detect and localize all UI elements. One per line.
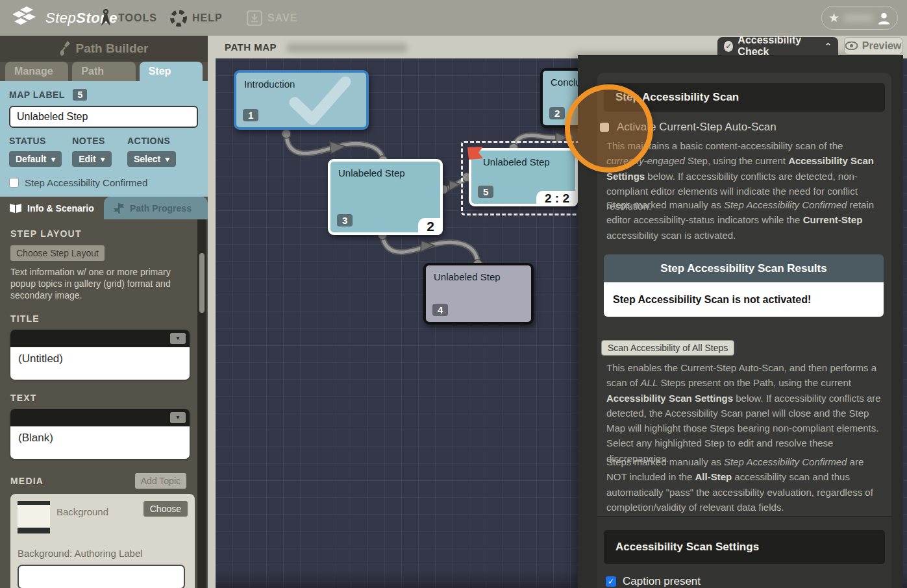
completed-check-icon <box>283 77 354 129</box>
open-book-icon <box>9 203 22 214</box>
tab-manage[interactable]: Manage <box>5 62 68 81</box>
title-editor-toolbar: ▾ <box>10 330 190 347</box>
sidebar-subtabs: Info & Scenario Path Progress <box>0 197 208 219</box>
tab-step[interactable]: Step <box>140 62 203 81</box>
scan-all-steps-button[interactable]: Scan Accessibility of All Steps <box>601 340 734 356</box>
accessibility-scan-panel: Step Accessibility Scan Activate Current… <box>578 55 903 588</box>
caption-present-checkbox[interactable]: ✓ <box>606 576 616 587</box>
tab-path[interactable]: Path <box>72 62 135 81</box>
chevron-down-icon: ▾ <box>101 154 105 164</box>
status-dropdown[interactable]: Default ▾ <box>9 151 62 167</box>
choose-media-button[interactable]: Choose <box>143 501 188 517</box>
tab-path-progress[interactable]: Path Progress <box>104 197 208 219</box>
step-node-introduction[interactable]: Introduction 1 <box>234 70 369 130</box>
step-detail-scroll-area: STEP LAYOUT Choose Step Layout Text info… <box>0 219 197 588</box>
media-background-card: Background Choose Background: Authoring … <box>10 494 195 588</box>
notes-heading: NOTES <box>72 136 127 146</box>
check-circle-icon: ✓ <box>724 41 733 52</box>
actions-heading: ACTIONS <box>127 136 190 146</box>
title-dropdown-button[interactable]: ▾ <box>170 333 186 344</box>
media-item-name: Background <box>56 506 108 517</box>
path-map-heading: PATH MAP <box>225 42 277 53</box>
sidebar-title: Path Builder <box>0 36 208 62</box>
sidebar-scrollbar-thumb[interactable] <box>199 253 205 313</box>
title-editor: ▾ (Untitled) <box>10 330 190 380</box>
step-node-5-selected[interactable]: Unlabeled Step 5 2 : 2 <box>469 148 578 206</box>
save-button[interactable]: SAVE <box>247 0 297 36</box>
scan-results-box: Step Accessibility Scan Results Step Acc… <box>604 254 884 317</box>
signpost-icon <box>113 202 125 214</box>
media-heading: MEDIA <box>10 476 43 486</box>
eye-icon <box>845 42 858 50</box>
choose-step-layout-button[interactable]: Choose Step Layout <box>10 245 105 261</box>
panel-content: Step Accessibility Scan Activate Current… <box>597 73 891 588</box>
preview-button[interactable]: Preview <box>844 37 902 55</box>
username-redacted <box>843 14 873 22</box>
chevron-up-icon: ⌃ <box>825 42 832 51</box>
authoring-label-heading: Background: Authoring Label <box>18 548 188 559</box>
save-icon <box>247 10 262 26</box>
authoring-label-input[interactable] <box>18 565 185 588</box>
compass-icon <box>99 9 113 27</box>
actions-dropdown[interactable]: Select ▾ <box>127 151 176 167</box>
step-number-badge: 2 <box>549 107 565 119</box>
step-node-3[interactable]: Unlabeled Step 3 2 <box>328 159 443 235</box>
map-label-number-badge: 5 <box>73 89 87 101</box>
notes-dropdown[interactable]: Edit ▾ <box>72 151 111 167</box>
chevron-down-icon: ▾ <box>51 154 55 164</box>
tools-menu[interactable]: TOOLS <box>99 0 157 36</box>
user-account-badge[interactable]: ★ <box>821 6 898 30</box>
help-menu[interactable]: HELP <box>170 0 223 36</box>
step-properties-panel: MAP LABEL 5 STATUS Default ▾ NOTES Edit … <box>0 81 208 197</box>
all-steps-exclusion-note: Steps marked manually as Step Accessibil… <box>606 454 884 515</box>
caption-present-label: Caption present <box>623 575 701 588</box>
confirmed-steps-note: Steps marked manually as Step Accessibil… <box>606 197 884 243</box>
background-thumbnail[interactable] <box>18 501 50 533</box>
all-steps-scan-description: This enables the Current-Step Auto-Scan,… <box>606 360 884 466</box>
text-dropdown-button[interactable]: ▾ <box>170 412 186 423</box>
text-heading: TEXT <box>10 393 186 403</box>
star-icon: ★ <box>828 10 839 25</box>
map-label-heading: MAP LABEL <box>9 90 65 100</box>
step-layout-heading: STEP LAYOUT <box>10 228 186 239</box>
path-builder-sidebar: Path Builder Manage Path Step MAP LABEL … <box>0 36 208 588</box>
sidebar-scrollbar[interactable] <box>197 219 206 588</box>
scan-results-header: Step Accessibility Scan Results <box>604 254 884 282</box>
add-topic-button[interactable]: Add Topic <box>135 473 186 489</box>
text-value[interactable]: (Blank) <box>10 426 190 459</box>
popup-count-tab: 2 <box>418 218 443 235</box>
accessibility-check-tab[interactable]: ✓ Accessibility Check ⌃ <box>717 37 838 55</box>
step-node-4[interactable]: Unlabeled Step 4 <box>423 263 534 325</box>
stepstone-logo-icon <box>13 6 40 30</box>
activate-auto-scan-label: Activate Current-Step Auto-Scan <box>617 121 777 134</box>
app-header: StepStone TOOLS HELP SAVE ★ <box>0 0 907 36</box>
text-editor: ▾ (Blank) <box>10 409 190 459</box>
title-heading: TITLE <box>10 313 186 324</box>
person-icon <box>877 11 891 25</box>
chevron-down-icon: ▾ <box>165 154 169 164</box>
path-title-redacted <box>287 43 407 53</box>
step-number-badge: 1 <box>243 109 258 121</box>
flag-icon <box>467 147 484 162</box>
step-accessibility-confirmed-checkbox[interactable] <box>9 178 19 188</box>
activate-auto-scan-row: Activate Current-Step Auto-Scan <box>600 121 777 134</box>
tab-info-scenario[interactable]: Info & Scenario <box>0 197 104 219</box>
scan-settings-section: Accessibility Scan Settings ✓ Caption pr… <box>597 516 891 588</box>
scan-results-message: Step Accessibility Scan is not activated… <box>604 282 884 317</box>
step-number-badge: 5 <box>478 186 493 198</box>
progress-count-tab: 2 : 2 <box>536 191 578 206</box>
status-heading: STATUS <box>9 136 72 146</box>
accessibility-scan-settings-header: Accessibility Scan Settings <box>604 530 885 564</box>
layout-description: Text information w/ one or more primary … <box>10 267 186 302</box>
step-number-badge: 3 <box>337 214 353 227</box>
text-editor-toolbar: ▾ <box>10 409 190 426</box>
step-name-input[interactable] <box>9 106 198 128</box>
lifebuoy-icon <box>170 10 187 27</box>
shovel-icon <box>60 41 71 56</box>
sidebar-tabs: Manage Path Step <box>0 62 208 81</box>
caption-present-row: ✓ Caption present <box>606 575 701 588</box>
step-number-badge: 4 <box>432 304 448 316</box>
activate-auto-scan-checkbox[interactable] <box>600 123 609 132</box>
title-value[interactable]: (Untitled) <box>10 347 190 380</box>
step-accessibility-scan-header: Step Accessibility Scan <box>604 83 885 112</box>
